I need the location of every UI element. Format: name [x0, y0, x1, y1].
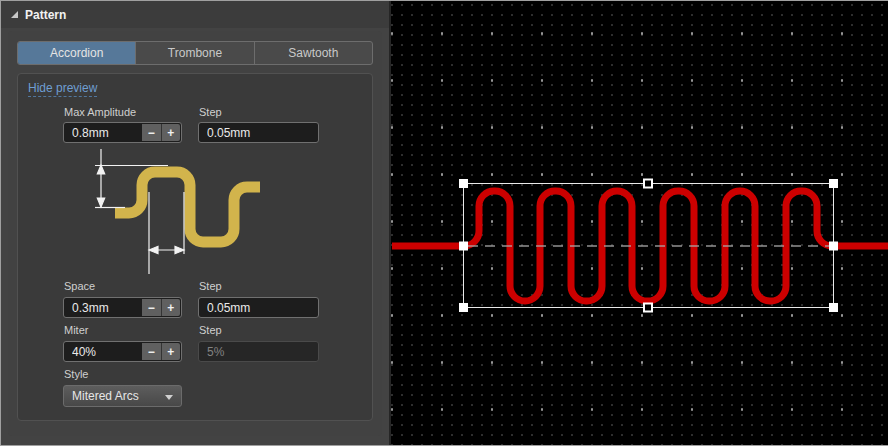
handle-bottom-right[interactable]: [829, 303, 838, 312]
pcb-canvas[interactable]: [391, 1, 888, 446]
space-dimension: [149, 192, 184, 274]
handle-top-right[interactable]: [829, 179, 838, 188]
amplitude-step-field: [198, 122, 319, 143]
space-field: − +: [63, 297, 182, 318]
amplitude-dimension: [95, 149, 168, 208]
pcb-canvas-drawing: [391, 1, 888, 446]
style-dropdown-value: Mitered Arcs: [72, 389, 139, 403]
space-step-field: [198, 297, 319, 318]
miter-stepper: − +: [142, 343, 180, 360]
miter-decrease-button[interactable]: −: [142, 343, 162, 360]
pattern-settings-group: Hide preview Max Amplitude Step − +: [17, 73, 373, 421]
pattern-tab-group: Accordion Trombone Sawtooth: [17, 41, 373, 65]
amplitude-stepper: − +: [142, 124, 180, 141]
miter-step-label: Step: [199, 324, 222, 336]
space-label: Space: [64, 280, 95, 292]
space-step-input[interactable]: [199, 298, 318, 317]
amplitude-decrease-button[interactable]: −: [142, 124, 162, 141]
miter-step-field: [198, 341, 319, 362]
miter-increase-button[interactable]: +: [162, 343, 181, 360]
amplitude-increase-button[interactable]: +: [162, 124, 181, 141]
handle-mid-left[interactable]: [459, 242, 468, 251]
handle-top-left[interactable]: [459, 179, 468, 188]
style-dropdown[interactable]: Mitered Arcs: [63, 385, 182, 407]
panel-title: Pattern: [25, 8, 66, 22]
space-stepper: − +: [142, 299, 180, 316]
chevron-down-icon: [165, 395, 173, 400]
miter-label: Miter: [64, 324, 88, 336]
max-amplitude-label: Max Amplitude: [64, 106, 136, 118]
handle-bottom-center[interactable]: [644, 304, 652, 312]
handle-top-center[interactable]: [644, 180, 652, 188]
amplitude-step-input[interactable]: [199, 123, 318, 142]
space-decrease-button[interactable]: −: [142, 299, 162, 316]
collapse-triangle-icon[interactable]: [11, 11, 18, 18]
miter-field: − +: [63, 341, 182, 362]
tab-sawtooth[interactable]: Sawtooth: [255, 42, 372, 64]
tab-trombone[interactable]: Trombone: [136, 42, 254, 64]
handle-bottom-left[interactable]: [459, 303, 468, 312]
amplitude-step-label: Step: [199, 106, 222, 118]
miter-step-input: [199, 342, 318, 361]
preview-trace: [115, 172, 260, 242]
pattern-panel: Pattern Accordion Trombone Sawtooth Hide…: [1, 1, 391, 446]
pattern-tool-window: Pattern Accordion Trombone Sawtooth Hide…: [0, 0, 888, 446]
space-step-label: Step: [199, 280, 222, 292]
max-amplitude-field: − +: [63, 122, 182, 143]
style-label: Style: [64, 368, 88, 380]
panel-header: Pattern: [1, 1, 389, 28]
hide-preview-link[interactable]: Hide preview: [28, 81, 97, 97]
accordion-preview-diagram: [48, 144, 298, 284]
handle-mid-right[interactable]: [829, 242, 838, 251]
space-increase-button[interactable]: +: [162, 299, 181, 316]
tab-accordion[interactable]: Accordion: [18, 42, 136, 64]
